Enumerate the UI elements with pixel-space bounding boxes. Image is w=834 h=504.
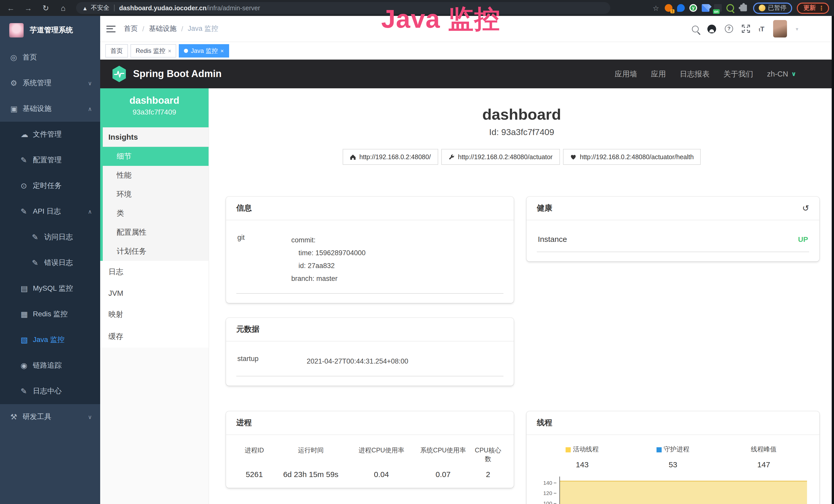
dashboard-icon: ◎ bbox=[10, 53, 23, 62]
help-icon[interactable]: ? bbox=[725, 25, 733, 33]
sba-menu-caches[interactable]: 缓存 bbox=[100, 325, 208, 348]
sba-nav-applications[interactable]: 应用 bbox=[651, 69, 666, 79]
bookmark-star-icon[interactable]: ☆ bbox=[653, 4, 659, 12]
breadcrumb-separator: / bbox=[181, 25, 183, 32]
sidebar-item-mysql[interactable]: ▤ MySQL 监控 bbox=[0, 276, 100, 301]
reload-icon[interactable]: ↻ bbox=[39, 3, 52, 13]
status-badge: UP bbox=[798, 235, 808, 243]
sidebar-item-home[interactable]: ◎ 首页 bbox=[0, 45, 100, 70]
extension-icon-grid[interactable] bbox=[702, 4, 709, 12]
health-instance-label: Instance bbox=[538, 235, 567, 244]
sidebar-item-file[interactable]: ☁ 文件管理 bbox=[0, 122, 100, 147]
sba-menu-environment[interactable]: 环境 bbox=[103, 185, 208, 204]
page-scrollbar[interactable] bbox=[832, 16, 834, 504]
extension-icon-orange[interactable]: 1 bbox=[665, 4, 673, 12]
sidebar-item-api-log[interactable]: ✎ API 日志 ∧ bbox=[0, 199, 100, 224]
sidebar-item-error-log[interactable]: ✎ 错误日志 bbox=[0, 250, 100, 276]
sidebar-item-access-log[interactable]: ✎ 访问日志 bbox=[0, 224, 100, 250]
metadata-startup-label: startup bbox=[237, 355, 307, 368]
sba-menu-performance[interactable]: 性能 bbox=[103, 166, 208, 185]
threads-card-title: 线程 bbox=[537, 418, 552, 428]
threads-card: 线程 活动线程 守护进程 线程峰值 143 53 bbox=[527, 411, 819, 504]
tab-java-monitor[interactable]: Java 监控× bbox=[179, 44, 229, 58]
spring-boot-admin-logo[interactable] bbox=[111, 65, 127, 83]
cloud-upload-icon: ☁ bbox=[21, 130, 33, 139]
sba-menu-config-props[interactable]: 配置属性 bbox=[103, 223, 208, 242]
caret-down-icon[interactable]: ▾ bbox=[796, 26, 798, 31]
app-logo-row[interactable]: 芋道管理系统 bbox=[0, 16, 100, 45]
sba-menu-details[interactable]: 细节 bbox=[100, 147, 208, 166]
history-icon[interactable]: ↺ bbox=[802, 204, 809, 212]
daemon-threads-value: 53 bbox=[628, 460, 718, 469]
breadcrumb-home[interactable]: 首页 bbox=[124, 24, 138, 33]
chrome-update-button[interactable]: 更新 ⋮ bbox=[797, 2, 829, 14]
page-title: dashboard bbox=[209, 106, 834, 123]
tab-home[interactable]: 首页 bbox=[105, 44, 128, 58]
info-git-value: commit: time: 1596289704000 id: 27aa832 … bbox=[291, 234, 366, 285]
sidebar-item-java[interactable]: ▧ Java 监控 bbox=[0, 327, 100, 353]
sba-menu-jvm[interactable]: JVM bbox=[100, 283, 208, 303]
sidebar-item-system[interactable]: ⚙ 系统管理 ∨ bbox=[0, 70, 100, 96]
sba-menu-classes[interactable]: 类 bbox=[103, 204, 208, 223]
infra-submenu: ☁ 文件管理 ✎ 配置管理 ⊙ 定时任务 ✎ API 日志 ∧ ✎ bbox=[0, 122, 100, 404]
address-bar[interactable]: ▲ 不安全 dashboard.yudao.iocoder.cn/infra/a… bbox=[76, 2, 610, 14]
toolbox-icon: ⚒ bbox=[10, 412, 23, 421]
close-icon[interactable]: × bbox=[168, 48, 171, 54]
sba-menu-logs[interactable]: 日志 bbox=[100, 261, 208, 283]
health-instance-row[interactable]: Instance UP bbox=[537, 228, 809, 252]
sidebar-item-log-center[interactable]: ✎ 日志中心 bbox=[0, 379, 100, 404]
sidebar-item-job[interactable]: ⊙ 定时任务 bbox=[0, 173, 100, 199]
search-icon[interactable] bbox=[692, 25, 699, 32]
sba-menu-scheduled-tasks[interactable]: 计划任务 bbox=[103, 242, 208, 261]
font-size-icon[interactable]: tT bbox=[759, 25, 764, 32]
tab-redis-monitor[interactable]: Redis 监控× bbox=[130, 44, 176, 58]
sba-nav-wallboard[interactable]: 应用墙 bbox=[615, 69, 637, 79]
back-icon[interactable]: ← bbox=[4, 4, 18, 12]
extensions-puzzle-icon[interactable] bbox=[740, 5, 747, 11]
sidebar-item-config[interactable]: ✎ 配置管理 bbox=[0, 147, 100, 173]
endpoint-health-button[interactable]: http://192.168.0.2:48080/actuator/health bbox=[563, 149, 701, 165]
profile-paused-chip[interactable]: 已暂停 bbox=[753, 2, 792, 14]
process-header-uptime: 运行时间 bbox=[272, 446, 349, 464]
breadcrumb-infra[interactable]: 基础设施 bbox=[149, 24, 177, 33]
sba-instance-id: 93a3fc7f7409 bbox=[100, 108, 208, 116]
sba-locale-select[interactable]: zh-CN ∨ bbox=[767, 70, 796, 78]
extension-icon-pin[interactable] bbox=[677, 4, 685, 12]
sba-sidebar: dashboard 93a3fc7f7409 Insights 细节 性能 环境… bbox=[100, 88, 209, 504]
process-value-proc-cpu: 0.04 bbox=[349, 470, 414, 479]
sba-instance-block[interactable]: dashboard 93a3fc7f7409 bbox=[100, 88, 208, 127]
process-header-sys-cpu: 系统CPU使用率 bbox=[414, 446, 473, 464]
live-threads-value: 143 bbox=[537, 460, 628, 469]
annotation-java-monitor: Java 监控 bbox=[381, 2, 500, 37]
sba-menu-mappings[interactable]: 映射 bbox=[100, 303, 208, 325]
home-icon[interactable]: ⌂ bbox=[57, 4, 70, 12]
screen: ← → ↻ ⌂ ▲ 不安全 dashboard.yudao.iocoder.cn… bbox=[0, 0, 834, 504]
extension-icon-switch[interactable]: on bbox=[714, 4, 722, 12]
close-icon[interactable]: × bbox=[220, 48, 224, 54]
endpoint-home-button[interactable]: http://192.168.0.2:48080/ bbox=[343, 149, 438, 165]
github-icon[interactable] bbox=[707, 24, 716, 33]
extension-icon-magnifier[interactable] bbox=[726, 4, 734, 12]
eye-icon: ◉ bbox=[21, 361, 33, 370]
process-value-pid: 5261 bbox=[236, 470, 272, 479]
fullscreen-icon[interactable] bbox=[742, 25, 750, 33]
hamburger-icon[interactable] bbox=[106, 25, 115, 32]
forward-icon[interactable]: → bbox=[22, 4, 35, 12]
extension-icon-green-y[interactable]: y bbox=[689, 4, 697, 12]
not-secure-label[interactable]: 不安全 bbox=[91, 4, 109, 12]
health-card: 健康 ↺ Instance UP bbox=[527, 197, 819, 261]
sidebar-item-infra[interactable]: ▣ 基础设施 ∧ bbox=[0, 96, 100, 122]
avatar[interactable] bbox=[773, 20, 787, 38]
process-table: 进程ID 运行时间 进程CPU使用率 系统CPU使用率 CPU核心数 5261 … bbox=[236, 446, 503, 479]
app-title: 芋道管理系统 bbox=[30, 26, 73, 35]
instance-id-line: Id: 93a3fc7f7409 bbox=[209, 127, 834, 138]
sidebar-item-trace[interactable]: ◉ 链路追踪 bbox=[0, 353, 100, 379]
process-value-uptime: 6d 23h 15m 59s bbox=[272, 470, 349, 479]
sba-nav-journal[interactable]: 日志报表 bbox=[680, 69, 709, 79]
menu-dots-icon[interactable]: ⋮ bbox=[818, 4, 825, 12]
endpoint-actuator-button[interactable]: http://192.168.0.2:48080/actuator bbox=[441, 149, 560, 165]
sidebar-item-redis[interactable]: ▦ Redis 监控 bbox=[0, 301, 100, 327]
sidebar-item-dev-tools[interactable]: ⚒ 研发工具 ∨ bbox=[0, 404, 100, 430]
sba-nav-about[interactable]: 关于我们 bbox=[723, 69, 753, 79]
sba-brand-title[interactable]: Spring Boot Admin bbox=[133, 68, 222, 79]
